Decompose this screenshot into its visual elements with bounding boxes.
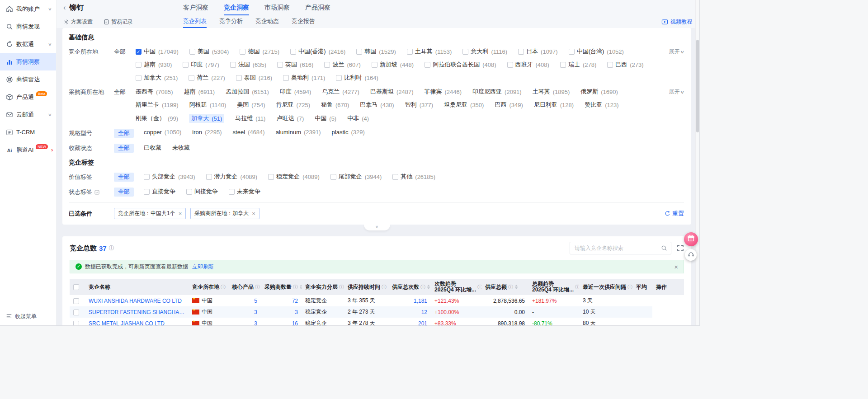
main-tab-3[interactable]: 产品洞察 [305, 0, 330, 15]
filter-all-option[interactable]: 全部 [114, 188, 134, 197]
checkbox-icon[interactable] [230, 62, 236, 68]
filter-option[interactable]: 德国(2715) [240, 47, 279, 56]
checkbox-icon[interactable] [569, 49, 575, 55]
checkbox-icon[interactable] [462, 49, 468, 55]
filter-all-option[interactable]: 全部 [114, 47, 126, 56]
filter-all-option[interactable]: 全部 [114, 129, 134, 138]
checkbox-icon[interactable]: ✓ [136, 49, 142, 55]
core-products-cell[interactable]: 5 [228, 295, 261, 306]
filter-option[interactable]: 未收藏 [172, 144, 190, 152]
info-icon[interactable]: ⓘ [477, 284, 481, 291]
trade-records-button[interactable]: 贸易记录 [104, 18, 133, 26]
checkbox-icon[interactable] [136, 75, 142, 81]
filter-option[interactable]: 间接竞争 [186, 188, 218, 196]
vertical-scrollbar[interactable] [695, 0, 699, 325]
info-icon[interactable]: ⓘ [293, 284, 298, 291]
row-checkbox[interactable] [73, 321, 79, 325]
sub-tab-0[interactable]: 竞企列表 [183, 15, 207, 28]
filter-option[interactable]: 加拿大(51) [189, 114, 224, 123]
checkbox-icon[interactable] [336, 75, 342, 81]
filter-option[interactable]: steel(4684) [233, 129, 265, 136]
plan-settings-button[interactable]: 方案设置 [63, 18, 93, 26]
filter-option[interactable]: 已收藏 [144, 144, 161, 152]
column-core-products[interactable]: 核心产品ⓘ [228, 279, 261, 295]
filter-option[interactable]: 日本(1097) [518, 47, 558, 56]
filter-option[interactable]: 赞比亚(123) [585, 101, 618, 109]
filter-option[interactable]: 巴西(273) [607, 61, 643, 69]
checkbox-icon[interactable] [407, 49, 413, 55]
column-amount-trend[interactable]: 总额趋势2025Q4 环比增...ⓘ [528, 279, 579, 295]
filter-option[interactable]: ✓ 中国(17049) [136, 47, 179, 56]
filter-option[interactable]: 卢旺达(7) [276, 114, 304, 123]
filter-option[interactable]: 波兰(607) [324, 61, 360, 69]
selected-filter-chip[interactable]: 采购商所在地：加拿大× [190, 208, 259, 219]
notification-close-icon[interactable]: × [674, 263, 678, 270]
sidebar-item-account[interactable]: 我的账户 ∨ [0, 0, 56, 18]
filter-option[interactable]: 秘鲁(670) [321, 101, 349, 109]
filter-option[interactable]: 尾部竞企(3944) [330, 173, 382, 181]
search-icon[interactable] [661, 245, 667, 251]
company-name-link[interactable]: SUPERTOR FASTENING SHANGHAI... [89, 309, 185, 315]
filter-option[interactable]: 潜力竞企(4089) [206, 173, 258, 181]
filter-option[interactable]: plastic(329) [332, 129, 365, 136]
checkbox-icon[interactable] [183, 62, 189, 68]
supply-count-cell[interactable]: 12 [388, 306, 431, 318]
filter-option[interactable]: 未来竞争 [229, 188, 260, 196]
checkbox-icon[interactable] [392, 174, 398, 180]
reset-button[interactable]: 重置 [665, 210, 684, 218]
filter-option[interactable]: 智利(377) [405, 101, 433, 109]
filter-option[interactable]: 美国(5304) [189, 47, 229, 56]
filter-option[interactable]: 孟加拉国(6151) [226, 88, 269, 96]
row-checkbox[interactable] [73, 310, 79, 315]
filter-all-option[interactable]: 全部 [114, 88, 126, 97]
checkbox-icon[interactable] [268, 174, 274, 180]
checkbox-icon[interactable] [356, 49, 362, 55]
filter-option[interactable]: 印度(797) [183, 61, 219, 69]
collapse-filters-handle[interactable]: ∨ [364, 225, 390, 230]
checkbox-icon[interactable] [425, 62, 430, 68]
filter-option[interactable]: 中国(5) [315, 114, 336, 123]
filter-option[interactable]: 土耳其(1895) [533, 88, 570, 96]
core-products-cell[interactable]: 3 [228, 306, 261, 318]
supply-count-cell[interactable]: 1,181 [388, 295, 431, 306]
checkbox-icon[interactable] [136, 62, 142, 68]
filter-option[interactable]: 头部竞企(3943) [144, 173, 195, 181]
filter-option[interactable]: 巴拿马(430) [360, 101, 394, 109]
column-buyer-count[interactable]: 采购商数量ⓘ [261, 279, 302, 295]
filter-option[interactable]: 刚果（金）(99) [136, 114, 178, 123]
filter-all-option[interactable]: 全部 [114, 173, 134, 182]
filter-option[interactable]: 阿拉伯联合酋长国(408) [425, 61, 496, 69]
info-icon[interactable]: ⓘ [575, 284, 579, 291]
video-tutorial-link[interactable]: 视频教程 [661, 15, 692, 28]
filter-option[interactable]: 新加坡(448) [372, 61, 414, 69]
info-icon[interactable]: ⓘ [420, 284, 425, 291]
info-icon[interactable]: ⓘ [508, 284, 513, 291]
main-tab-0[interactable]: 客户洞察 [183, 0, 208, 15]
info-icon[interactable]: ⓘ [109, 244, 114, 252]
filter-option[interactable]: 荷兰(227) [189, 74, 225, 82]
company-name-link[interactable]: WUXI ANSHIDA HARDWARE CO LTD [89, 298, 182, 304]
filter-option[interactable]: 泰国(216) [236, 74, 272, 82]
sidebar-item-data[interactable]: 数据通 ∨ [0, 35, 56, 53]
filter-option[interactable]: 韩国(1529) [356, 47, 396, 56]
filter-option[interactable]: 乌克兰(4277) [322, 88, 359, 96]
filter-option[interactable]: 马拉维(11) [235, 114, 265, 123]
filter-all-option[interactable]: 全部 [114, 144, 134, 153]
checkbox-icon[interactable] [324, 62, 330, 68]
info-icon[interactable]: ⓘ [221, 284, 226, 291]
sidebar-item-discovery[interactable]: 商情发现 [0, 18, 56, 35]
column-interval[interactable]: 最近一次供应间隔ⓘ [579, 279, 632, 295]
sidebar-item-mail[interactable]: 云邮通 ∨ [0, 106, 56, 123]
filter-option[interactable]: 加拿大(251) [136, 74, 178, 82]
sub-tab-2[interactable]: 竞企动态 [255, 15, 279, 28]
checkbox-icon[interactable] [518, 49, 524, 55]
sidebar-item-ai[interactable]: Ai 腾道AI NEW › [0, 141, 56, 159]
checkbox-icon[interactable] [189, 75, 194, 81]
main-tab-2[interactable]: 市场洞察 [264, 0, 290, 15]
filter-option[interactable]: copper(1050) [144, 129, 181, 136]
checkbox-icon[interactable] [277, 62, 283, 68]
expand-link[interactable]: 展开∨ [669, 88, 684, 96]
checkbox-icon[interactable] [283, 75, 289, 81]
buyer-count-cell[interactable]: 16 [261, 318, 302, 325]
filter-option[interactable]: 意大利(1116) [462, 47, 507, 56]
